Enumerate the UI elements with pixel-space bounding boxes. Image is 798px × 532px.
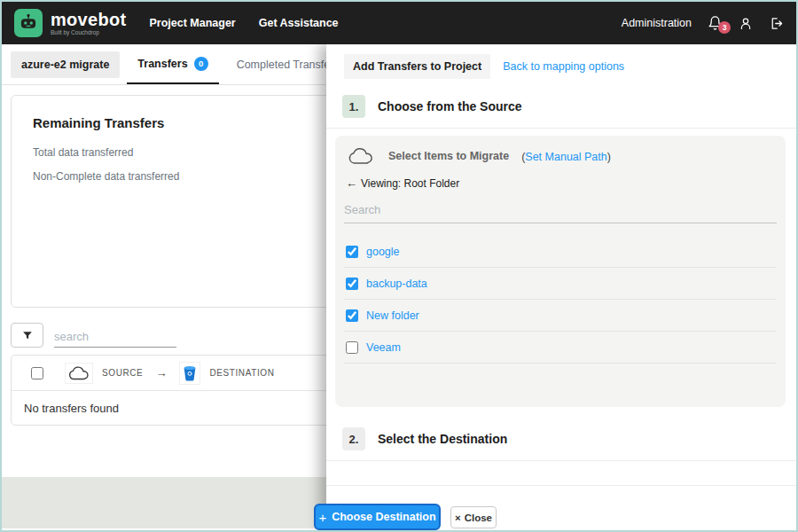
list-item[interactable]: google [344,236,777,268]
notifications-button[interactable]: 3 [708,15,723,31]
transfers-search-input[interactable] [54,326,176,348]
source-cloud-icon [65,363,93,384]
source-column-header: SOURCE [102,368,143,378]
source-picker-card: Select Items to Migrate (Set Manual Path… [335,136,786,407]
tab-completed-label: Completed Transfers [237,59,340,71]
navbar-right: Administration 3 [622,15,784,31]
step2-header: 2. Select the Destination [326,419,796,461]
paren-close: ) [607,151,611,163]
funnel-icon [21,330,34,341]
item-label[interactable]: New folder [366,309,419,322]
step1-title: Choose from the Source [378,99,522,113]
set-manual-path-wrap: (Set Manual Path) [521,148,611,164]
arrow-right-icon: → [155,366,167,379]
item-label[interactable]: backup-data [366,278,427,290]
tab-transfers-label: Transfers [137,58,187,70]
item-checkbox[interactable] [346,278,358,290]
add-transfers-panel: Add Transfers to Project Back to mapping… [326,44,796,530]
step2-number-badge: 2. [342,427,365,450]
movebot-logo[interactable]: movebot Built by Couchdrop [14,9,126,37]
step1-number-badge: 1. [342,95,365,118]
source-picker-head: Select Items to Migrate (Set Manual Path… [344,146,777,166]
brand-tagline: Built by Couchdrop [51,30,126,36]
item-checkbox[interactable] [346,246,358,258]
nav-item-administration[interactable]: Administration [622,17,692,29]
nav-item-get-assistance[interactable]: Get Assistance [259,17,339,29]
set-manual-path-link[interactable]: Set Manual Path [525,151,606,163]
step1-header: 1. Choose from the Source [326,87,796,129]
select-all-checkbox[interactable] [31,367,43,379]
viewing-breadcrumb[interactable]: ← Viewing: Root Folder [344,176,777,190]
tab-project-name[interactable]: azure-e2 migrate [11,51,120,78]
close-panel-button[interactable]: × Close [450,506,497,528]
select-items-heading: Select Items to Migrate [388,150,509,162]
item-checkbox[interactable] [346,341,358,354]
tab-transfers[interactable]: Transfers 0 [127,44,218,84]
item-label[interactable]: Veeam [366,341,401,354]
transfers-count-badge: 0 [194,57,208,71]
source-item-list: google backup-data New folder Veeam [344,236,777,364]
source-search-input[interactable] [344,197,777,223]
filter-button[interactable] [11,323,43,348]
plus-icon: + [318,510,326,525]
panel-header: Add Transfers to Project Back to mapping… [326,44,796,87]
close-label: Close [465,512,492,523]
list-item[interactable]: backup-data [344,268,777,300]
choose-destination-label: Choose Destination [332,511,435,523]
list-item[interactable]: Veeam [344,332,777,364]
viewing-label: Viewing: Root Folder [361,177,459,190]
step2-title: Select the Destination [378,432,507,446]
person-icon [739,16,753,31]
destination-bucket-icon [179,362,200,385]
destination-column-header: DESTINATION [209,368,274,378]
choose-destination-button[interactable]: + Choose Destination [314,504,441,530]
notification-count-badge: 3 [718,21,731,34]
cloud-icon [346,146,376,166]
brand-name: movebot [51,11,126,28]
brand-text: movebot Built by Couchdrop [51,11,126,36]
close-icon: × [455,512,461,523]
robot-icon [14,9,43,37]
back-arrow-icon: ← [346,176,357,190]
nav-item-project-manager[interactable]: Project Manager [149,17,235,29]
account-button[interactable] [739,16,753,31]
app-window: movebot Built by Couchdrop Project Manag… [0,0,798,532]
logout-icon [769,16,784,31]
logout-button[interactable] [769,16,784,31]
item-checkbox[interactable] [346,309,358,322]
list-item[interactable]: New folder [344,300,777,332]
top-navbar: movebot Built by Couchdrop Project Manag… [2,2,796,44]
panel-footer-divider [326,485,796,486]
nav-links: Project Manager Get Assistance [149,17,338,29]
back-to-mapping-link[interactable]: Back to mapping options [503,60,624,73]
panel-title: Add Transfers to Project [344,54,490,79]
item-label[interactable]: google [366,246,400,258]
